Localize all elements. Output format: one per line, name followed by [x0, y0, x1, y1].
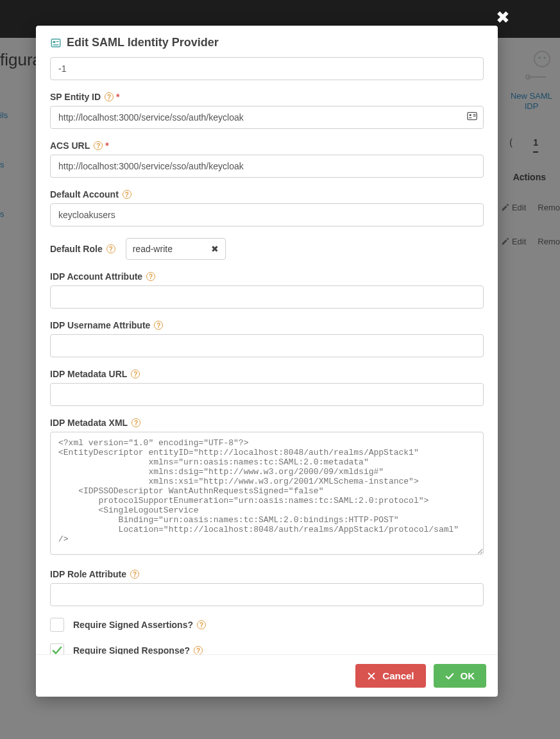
svg-rect-4	[51, 39, 60, 47]
label: OK	[461, 670, 475, 681]
close-icon[interactable]: ✖	[496, 8, 510, 28]
check-icon	[52, 645, 62, 654]
id-card-icon[interactable]	[467, 112, 477, 123]
label: Default Role	[50, 244, 103, 254]
idp-account-attribute-input[interactable]	[50, 285, 484, 309]
label: Default Account	[50, 189, 119, 200]
field-default-role: Default Role ? read-write ✖	[50, 238, 484, 260]
help-icon[interactable]: ?	[105, 92, 114, 101]
label: ACS URL	[50, 140, 90, 151]
field-idp-username-attribute: IDP Username Attribute ?	[50, 320, 484, 357]
label: Cancel	[382, 670, 414, 681]
require-signed-assertions-checkbox[interactable]	[50, 618, 64, 632]
id-card-icon	[50, 37, 62, 49]
cancel-icon	[367, 672, 376, 681]
label: IDP Account Attribute	[50, 271, 142, 282]
help-icon[interactable]: ?	[131, 370, 140, 378]
modal-title: Edit SAML Identity Provider	[67, 36, 219, 49]
idp-metadata-xml-textarea[interactable]	[50, 432, 484, 555]
label: SP Entity ID	[50, 92, 101, 102]
required-mark: *	[105, 140, 108, 151]
field-idp-metadata-xml: IDP Metadata XML ?	[50, 418, 484, 557]
label: IDP Role Attribute	[50, 569, 126, 579]
field-idp-metadata-url: IDP Metadata URL ?	[50, 369, 484, 406]
require-signed-assertions-row: Require Signed Assertions? ?	[50, 618, 484, 632]
idp-metadata-url-input[interactable]	[50, 383, 484, 406]
help-icon[interactable]: ?	[194, 646, 203, 654]
field-default-account: Default Account ?	[50, 189, 484, 226]
role-chip[interactable]: read-write ✖	[126, 238, 226, 260]
check-icon	[445, 672, 454, 681]
label: IDP Metadata URL	[50, 369, 127, 379]
field-idp-account-attribute: IDP Account Attribute ?	[50, 271, 484, 309]
field-sp-entity-id: SP Entity ID ? *	[50, 92, 484, 129]
help-icon[interactable]: ?	[154, 321, 163, 330]
svg-rect-5	[53, 41, 56, 43]
modal-header: Edit SAML Identity Provider	[36, 26, 498, 55]
modal-body: SP Entity ID ? * ACS URL ? * Default Acc…	[36, 55, 498, 654]
help-icon[interactable]: ?	[130, 570, 139, 579]
label: IDP Metadata XML	[50, 418, 128, 428]
idp-username-attribute-input[interactable]	[50, 334, 484, 357]
help-icon[interactable]: ?	[146, 272, 155, 281]
rank-input[interactable]	[50, 57, 484, 80]
field-idp-role-attribute: IDP Role Attribute ?	[50, 569, 484, 606]
require-signed-response-row: Require Signed Response? ?	[50, 643, 484, 654]
help-icon[interactable]: ?	[132, 418, 140, 427]
acs-url-input[interactable]	[50, 155, 484, 178]
edit-saml-idp-modal: Edit SAML Identity Provider SP Entity ID…	[36, 26, 498, 697]
label: Require Signed Assertions?	[73, 620, 193, 630]
idp-role-attribute-input[interactable]	[50, 583, 484, 606]
help-icon[interactable]: ?	[106, 244, 115, 253]
help-icon[interactable]: ?	[123, 190, 132, 199]
field-rank	[50, 57, 484, 80]
modal-footer: Cancel OK	[36, 654, 498, 697]
label: Require Signed Response?	[73, 645, 190, 654]
field-acs-url: ACS URL ? *	[50, 140, 484, 178]
ok-button[interactable]: OK	[434, 664, 487, 688]
cancel-button[interactable]: Cancel	[355, 664, 425, 688]
default-account-input[interactable]	[50, 203, 484, 226]
svg-point-9	[470, 114, 471, 116]
required-mark: *	[116, 92, 119, 102]
remove-chip-icon[interactable]: ✖	[211, 244, 219, 254]
require-signed-response-checkbox[interactable]	[50, 643, 64, 654]
label: IDP Username Attribute	[50, 320, 150, 330]
help-icon[interactable]: ?	[197, 620, 206, 629]
help-icon[interactable]: ?	[94, 141, 103, 150]
chip-label: read-write	[133, 244, 173, 254]
sp-entity-id-input[interactable]	[50, 106, 484, 129]
